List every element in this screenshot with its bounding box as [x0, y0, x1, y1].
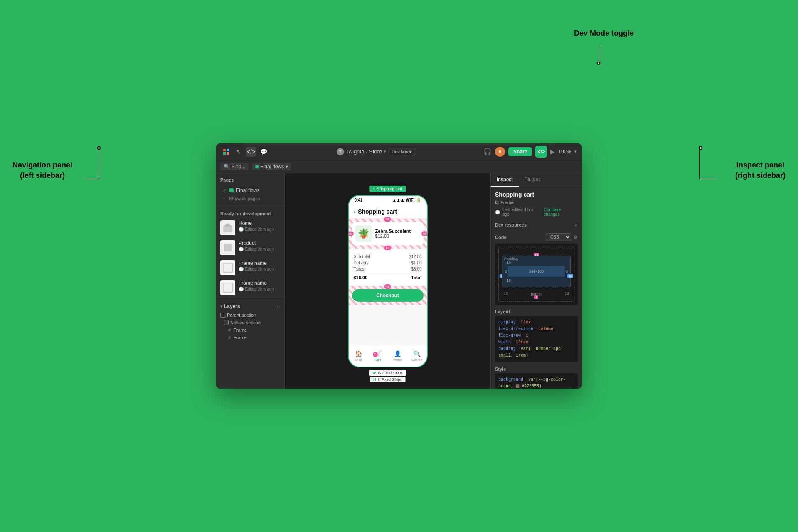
back-arrow-icon[interactable]: ‹: [354, 208, 356, 215]
svg-rect-3: [227, 152, 229, 155]
share-button[interactable]: Share: [508, 147, 532, 156]
zoom-chevron[interactable]: ▾: [574, 149, 577, 154]
zoom-level[interactable]: 100%: [558, 149, 571, 155]
height-label: H H Fixed 844px: [370, 377, 405, 382]
tab-plugins[interactable]: Plugins: [519, 173, 547, 187]
cart-frame-label: ≡ Shopping cart: [369, 186, 406, 192]
phone-content: ‹ Shopping cart 32 49 40 40 🪴: [349, 205, 427, 345]
padding-bottom-value: 16: [507, 278, 511, 283]
badge-40-right: 40: [421, 231, 427, 236]
svg-rect-8: [224, 244, 232, 251]
svg-rect-2: [223, 152, 226, 155]
badge-48: 48: [384, 284, 391, 289]
play-button[interactable]: ▶: [550, 148, 555, 155]
dev-mode-badge: Dev Mode: [389, 148, 415, 155]
checkout-button[interactable]: Checkout: [352, 289, 424, 302]
user-avatar: A: [495, 147, 505, 157]
nav-profile[interactable]: 👤 Profile: [388, 350, 407, 362]
layer-frame-1[interactable]: # Frame: [216, 326, 284, 334]
nav-panel-line-h: [83, 179, 100, 179]
page-card-frame1[interactable]: Frame name 🕐Edited 2hrs ago: [216, 258, 284, 278]
frame-icon-1: #: [227, 328, 232, 332]
dev-code-toggle[interactable]: </>: [535, 146, 547, 158]
sub-toolbar: 🔍 Find... Final flows ▾: [216, 160, 582, 173]
project-chevron[interactable]: ▾: [384, 149, 386, 154]
page-card-product-info: Product 🕐Edited 2hrs ago: [239, 240, 280, 251]
dev-mode-icon[interactable]: </>: [246, 147, 256, 157]
find-label: Find...: [232, 164, 245, 170]
headphones-icon[interactable]: 🎧: [483, 148, 492, 155]
find-button[interactable]: 🔍 Find...: [220, 163, 249, 170]
dev-mode-toggle-label: Dev Mode toggle: [574, 28, 634, 39]
total-row: $16.00 Total: [354, 273, 422, 281]
code-controls: CSS HTML ⚙: [546, 233, 578, 241]
cursor-tool-icon[interactable]: ↖: [234, 147, 244, 157]
layer-nested-section[interactable]: Nested section: [216, 319, 284, 326]
project-name: Store: [369, 148, 382, 155]
style-line-1: background: var(--bg-color-brand, #97655…: [498, 377, 574, 389]
compare-link[interactable]: Compare changes: [544, 207, 578, 217]
box-sides-bottom: 16: [505, 278, 568, 283]
box-model-relative: 10 16 16 16 Padding 16: [502, 256, 571, 296]
cart-item-card: 🪴 Zebra Succulent $12.00: [352, 222, 424, 245]
code-settings-icon[interactable]: ⚙: [573, 234, 578, 240]
box-inner-row: 16 Padding 16 8: [502, 256, 571, 287]
dev-resources-header: Dev resources +: [495, 222, 578, 228]
layer-parent-label: Parent section: [227, 313, 256, 318]
current-page-item[interactable]: ✓ Final flows: [220, 186, 280, 195]
page-card-home[interactable]: Home 🕐Edited 2hrs ago: [216, 218, 284, 238]
layout-title: Layout: [495, 309, 578, 314]
code-line-2: flex-direction: column;: [498, 326, 574, 332]
nav-search[interactable]: 🔍 Search: [407, 350, 427, 362]
inspect-body: Shopping cart ⊞ Frame 🕐 Last edited 4 hr…: [491, 187, 582, 389]
subtotal-row: Sub-total $12.00: [354, 254, 422, 260]
box-num-bottom-left: 16: [504, 291, 508, 296]
layers-more-icon[interactable]: ···: [275, 303, 280, 310]
nav-shop[interactable]: 🏠 Shop: [349, 350, 368, 362]
toolbar-center: T Twigma / Store ▾ Dev Mode: [272, 148, 480, 155]
inspect-panel-dot: [699, 146, 702, 150]
layer-frame-2[interactable]: # Frame: [216, 334, 284, 341]
layer-parent-section[interactable]: Parent section: [216, 311, 284, 319]
code-line-3: flex-grow: 1;: [498, 332, 574, 339]
inspect-panel-line-h: [699, 179, 716, 179]
shop-icon: 🏠: [355, 350, 362, 357]
page-frame2-time: 🕐Edited 2hrs ago: [239, 287, 280, 291]
search-icon: 🔍: [224, 164, 230, 170]
pages-section: Pages ✓ Final flows Show all pages: [216, 173, 284, 204]
page-card-frame2-info: Frame name 🕐Edited 2hrs ago: [239, 280, 280, 291]
page-home-name: Home: [239, 220, 280, 226]
cart-item-info: Zebra Succulent $12.00: [375, 229, 411, 239]
tab-inspect[interactable]: Inspect: [491, 173, 519, 187]
taxes-label: Taxes: [354, 267, 365, 271]
inspect-panel-label: Inspect panel(right sidebar): [735, 160, 786, 181]
height-value: H Fixed 844px: [378, 377, 402, 382]
box-model-content: 344×100: [508, 266, 565, 277]
code-title: Code: [495, 235, 507, 240]
add-dev-resource-button[interactable]: +: [574, 222, 578, 228]
layers-chevron[interactable]: ▾: [220, 304, 222, 309]
section-icon-parent: [220, 313, 225, 318]
page-card-frame2[interactable]: Frame name 🕐Edited 2hrs ago: [216, 278, 284, 298]
comment-icon[interactable]: 💬: [259, 147, 268, 157]
page-product-name: Product: [239, 240, 280, 246]
figma-menu-icon[interactable]: [221, 147, 231, 157]
w-icon: W: [372, 371, 376, 375]
show-all-label: Show all pages: [229, 196, 260, 201]
breadcrumb-chip[interactable]: Final flows ▾: [252, 163, 291, 170]
phone-wrapper: ≡ Shopping cart 9:41 ▲▲▲ WiFi 🔋: [348, 195, 428, 367]
page-thumb-home: [220, 220, 235, 235]
main-content: Pages ✓ Final flows Show all pages Ready…: [216, 173, 582, 389]
page-frame1-time: 🕐Edited 2hrs ago: [239, 267, 280, 271]
price-summary: Sub-total $12.00 Delivery $1.00 Taxes $3…: [349, 250, 427, 284]
element-type-label: Frame: [500, 200, 514, 205]
status-icons: ▲▲▲ WiFi 🔋: [392, 198, 421, 202]
code-language-select[interactable]: CSS HTML: [546, 233, 571, 241]
show-all-pages[interactable]: Show all pages: [220, 195, 280, 202]
page-thumb-frame2: [220, 280, 235, 295]
nav-cart[interactable]: 1 🛒 Cart: [368, 350, 388, 362]
padding-right-value: 8: [566, 269, 568, 273]
svg-rect-5: [223, 226, 232, 232]
code-line-4: width: 18rem;: [498, 339, 574, 346]
page-card-product[interactable]: Product 🕐Edited 2hrs ago: [216, 238, 284, 258]
